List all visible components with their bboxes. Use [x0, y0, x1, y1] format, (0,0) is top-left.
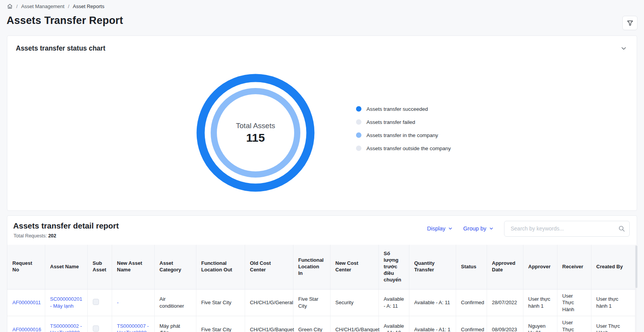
request-no-link[interactable]: AF00000016 — [12, 327, 41, 332]
breadcrumb-asset-management[interactable]: Asset Management — [21, 3, 65, 9]
table-row: AF00000016TS00000002 - HaoTest3008TS0000… — [7, 316, 635, 332]
group-by-dropdown[interactable]: Group by — [463, 225, 494, 232]
column-header-new-cost-center: New Cost Center — [330, 245, 378, 289]
detail-table: Request NoAsset NameSub AssetNew Asset N… — [7, 245, 635, 332]
display-label: Display — [427, 225, 446, 232]
search-input[interactable] — [504, 221, 630, 237]
donut-center: Total Assets 115 — [196, 73, 315, 193]
total-requests-value: 202 — [48, 233, 56, 239]
column-header-request-no: Request No — [7, 245, 45, 289]
filter-button[interactable] — [622, 16, 637, 30]
donut-chart: Total Assets 115 — [196, 73, 315, 193]
column-header-qty-before-transfer: Số lượng trước điều chuyển — [378, 245, 409, 289]
sub-asset-checkbox[interactable] — [93, 299, 99, 305]
total-requests-label: Total Requests: — [14, 233, 47, 239]
cell-qty-before-transfer: Available - A1: 10 — [378, 316, 409, 332]
cell-functional-location-in: Green City — [293, 316, 330, 332]
legend-dot-icon — [356, 119, 361, 125]
cell-asset-name: SC000000201 - Máy lạnh — [45, 289, 87, 316]
display-dropdown[interactable]: Display — [427, 225, 453, 232]
asset-name-link[interactable]: SC000000201 - Máy lạnh — [50, 296, 82, 309]
table-row: AF00000011SC000000201 - Máy lạnh-Air con… — [7, 289, 635, 316]
chart-card-header: Assets transfer status chart — [7, 36, 637, 53]
column-header-functional-location-out: Functional Location Out — [196, 245, 245, 289]
search-box — [504, 221, 630, 237]
new-asset-name-link[interactable]: - — [117, 300, 119, 305]
table-controls: Display Group by — [427, 220, 630, 237]
legend-dot-icon — [356, 106, 361, 112]
column-header-new-asset-name: New Asset Name — [112, 245, 154, 289]
chevron-down-icon — [620, 45, 627, 52]
group-by-label: Group by — [463, 225, 486, 232]
scrollbar-thumb[interactable] — [635, 246, 637, 288]
cell-new-asset-name: - — [112, 289, 154, 316]
column-header-quantity-transfer: Quantity Transfer — [409, 245, 456, 289]
total-assets-value: 115 — [246, 131, 265, 144]
legend-item[interactable]: Assets transfer failed — [356, 115, 451, 129]
column-header-functional-location-in: Functional Location In — [293, 245, 330, 289]
cell-request-no: AF00000016 — [7, 316, 45, 332]
legend-label: Assets transfer succeeded — [366, 106, 428, 112]
column-header-status: Status — [456, 245, 487, 289]
cell-receiver: User Thực Hành — [557, 289, 591, 316]
cell-quantity-transfer: Available - A: 11 — [409, 289, 456, 316]
cell-status: Confirmed — [456, 316, 487, 332]
cell-approver: User thực hành 1 — [523, 289, 557, 316]
new-asset-name-link[interactable]: TS00000007 - HaoTest3008 — [117, 323, 149, 332]
breadcrumb-asset-reports[interactable]: Asset Reports — [73, 3, 104, 9]
legend-dot-icon — [356, 132, 361, 138]
collapse-chart-button[interactable] — [619, 44, 628, 53]
column-header-old-cost-center: Old Cost Center — [245, 245, 293, 289]
legend-label: Assets transfer in the company — [366, 132, 438, 138]
cell-request-no: AF00000011 — [7, 289, 45, 316]
chart-card: Assets transfer status chart Total Asset… — [7, 36, 637, 211]
cell-new-cost-center: CH/CH1/G/Banquet — [330, 316, 378, 332]
cell-new-cost-center: Security — [330, 289, 378, 316]
funnel-icon — [627, 20, 634, 27]
legend-item[interactable]: Assets transfer succeeded — [356, 102, 451, 115]
chevron-down-icon — [448, 226, 453, 231]
cell-created-by: User thực hành 1 — [591, 289, 635, 316]
column-header-approver: Approver — [523, 245, 557, 289]
total-assets-label: Total Assets — [236, 122, 275, 130]
detail-card: Assets transfer detail report Total Requ… — [7, 215, 637, 332]
cell-quantity-transfer: Available - A1: 1 — [409, 316, 456, 332]
asset-name-link[interactable]: TS00000002 - HaoTest3008 — [50, 323, 82, 332]
cell-functional-location-out: Five Star City — [196, 316, 245, 332]
column-header-created-by: Created By — [591, 245, 635, 289]
cell-created-by: User Thực Hành — [591, 316, 635, 332]
chart-legend: Assets transfer succeededAssets transfer… — [356, 102, 451, 155]
request-no-link[interactable]: AF00000011 — [12, 300, 41, 305]
cell-approver: Nguyen Vu 01 — [523, 316, 557, 332]
table-vertical-scrollbar[interactable] — [635, 245, 637, 332]
chevron-down-icon — [489, 226, 494, 231]
cell-asset-category: Máy phát điện — [154, 316, 196, 332]
legend-label: Assets transfer failed — [366, 119, 415, 125]
page-title: Assets Transfer Report — [7, 15, 123, 27]
breadcrumb: / Asset Management / Asset Reports — [7, 2, 104, 10]
cell-functional-location-in: Five Star City — [293, 289, 330, 316]
cell-receiver: User Thực Hành — [557, 316, 591, 332]
table-zone: Request NoAsset NameSub AssetNew Asset N… — [7, 245, 637, 332]
cell-old-cost-center: CH/CH1/G/Banquet — [245, 316, 293, 332]
sub-asset-checkbox[interactable] — [93, 325, 99, 332]
cell-approved-date: 28/07/2022 — [487, 289, 523, 316]
cell-qty-before-transfer: Available - A: 11 — [378, 289, 409, 316]
detail-report-title: Assets transfer detail report — [13, 221, 119, 230]
column-header-sub-asset: Sub Asset — [87, 245, 112, 289]
chart-card-title: Assets transfer status chart — [16, 44, 105, 53]
breadcrumb-separator: / — [68, 3, 70, 9]
cell-asset-name: TS00000002 - HaoTest3008 — [45, 316, 87, 332]
total-requests: Total Requests: 202 — [14, 233, 56, 239]
cell-approved-date: 08/09/2023 — [487, 316, 523, 332]
cell-asset-category: Air conditioner — [154, 289, 196, 316]
cell-functional-location-out: Five Star City — [196, 289, 245, 316]
home-icon[interactable] — [7, 3, 13, 9]
legend-dot-icon — [356, 146, 361, 151]
legend-item[interactable]: Assets transfer outside the company — [356, 142, 451, 155]
column-header-asset-name: Asset Name — [45, 245, 87, 289]
search-icon[interactable] — [618, 225, 625, 232]
legend-label: Assets transfer outside the company — [366, 146, 451, 151]
legend-item[interactable]: Assets transfer in the company — [356, 129, 451, 142]
cell-sub-asset — [87, 316, 112, 332]
